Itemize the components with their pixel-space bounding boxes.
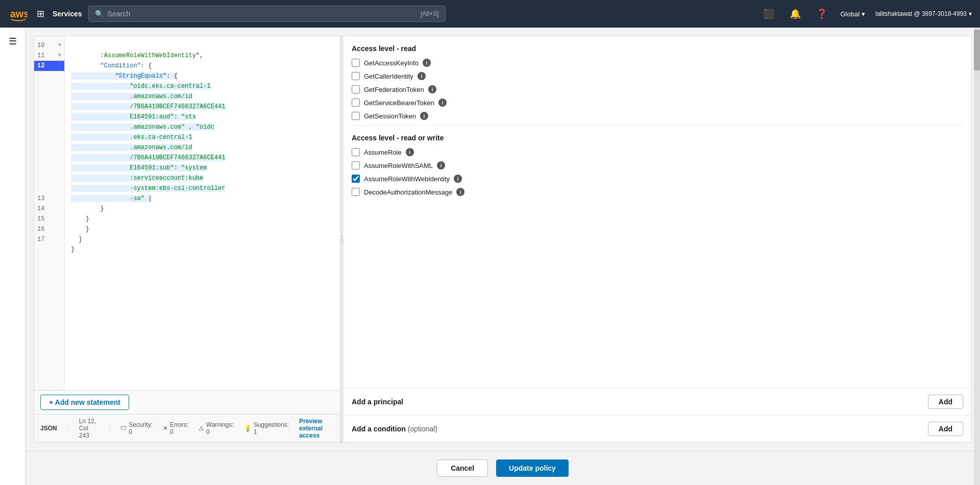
info-GetSessionToken-icon[interactable]: i: [420, 112, 428, 120]
hamburger-icon[interactable]: ☰: [9, 36, 17, 47]
checkbox-GetSessionToken-input[interactable]: [352, 112, 360, 120]
info-GetCallerIdentity-icon[interactable]: i: [418, 72, 426, 80]
services-nav-label[interactable]: Services: [53, 10, 82, 18]
cancel-button[interactable]: Cancel: [437, 459, 488, 477]
add-principal-label: Add a principal: [352, 398, 403, 406]
checkbox-AssumeRole-input[interactable]: [352, 148, 360, 156]
checkbox-GetCallerIdentity-input[interactable]: [352, 72, 360, 80]
info-AssumeRole-icon[interactable]: i: [406, 148, 414, 156]
aws-logo[interactable]: aws: [8, 4, 29, 24]
checkbox-AssumeRoleWithSAML-label[interactable]: AssumeRoleWithSAML: [364, 162, 433, 169]
info-GetAccessKeyInfo-icon[interactable]: i: [423, 59, 431, 67]
panel-scroll-area[interactable]: Access level - read GetAccessKeyInfo i G…: [344, 36, 971, 388]
checkbox-GetFederationToken: GetFederationToken i: [352, 85, 963, 93]
checkbox-AssumeRoleWithWebIdentity-label[interactable]: AssumeRoleWithWebIdentity: [364, 175, 450, 183]
code-line-10: :AssumeRoleWithWebIdentity",: [71, 52, 203, 59]
section-divider: [352, 125, 963, 126]
checkbox-GetAccessKeyInfo-input[interactable]: [352, 59, 360, 67]
code-editor-area[interactable]: 10▼ 11▼ 12 13 14 15: [34, 36, 340, 390]
code-line-14: }: [71, 215, 89, 223]
status-bar: JSON | Ln 12, Col 243 | 🛡 Security: 0 ✕ …: [34, 414, 340, 442]
checkbox-AssumeRole: AssumeRole i: [352, 148, 963, 156]
warning-icon: ⚠: [199, 425, 204, 432]
read-section-title: Access level - read: [352, 44, 963, 53]
line-14[interactable]: 14: [34, 204, 64, 214]
json-editor: 10▼ 11▼ 12 13 14 15: [34, 36, 340, 442]
main-layout: ☰ 10▼ 11▼: [0, 28, 980, 485]
nav-right-controls: ⬛ 🔔 ❓ Global ▾ lalitshaktawat @ 3897-301…: [761, 6, 972, 22]
info-AssumeRoleWithWebIdentity-icon[interactable]: i: [454, 175, 462, 183]
add-condition-button[interactable]: Add: [928, 422, 963, 436]
add-condition-label: Add a condition (optional): [352, 425, 437, 433]
checkbox-GetFederationToken-input[interactable]: [352, 85, 360, 93]
preview-external-access-link[interactable]: Preview external access: [299, 418, 334, 439]
line-11[interactable]: 11▼: [34, 51, 64, 61]
region-label: Global: [840, 10, 860, 18]
code-content[interactable]: :AssumeRoleWithWebIdentity", "Condition"…: [65, 36, 340, 390]
help-icon[interactable]: ❓: [814, 6, 830, 22]
checkbox-DecodeAuthorizationMessage-input[interactable]: [352, 188, 360, 196]
search-bar[interactable]: 🔍 [Alt+S]: [88, 6, 446, 22]
bottom-action-bar: Cancel Update policy: [26, 451, 980, 485]
info-GetFederationToken-icon[interactable]: i: [428, 85, 436, 93]
update-policy-button[interactable]: Update policy: [496, 459, 569, 477]
code-line-15: }: [71, 226, 89, 233]
content-area: 10▼ 11▼ 12 13 14 15: [26, 28, 980, 485]
line-15[interactable]: 15: [34, 214, 64, 224]
line-17[interactable]: 17: [34, 234, 64, 245]
info-GetServiceBearerToken-icon[interactable]: i: [438, 99, 447, 107]
checkbox-AssumeRoleWithSAML: AssumeRoleWithSAML i: [352, 161, 963, 169]
right-access-panel: Access level - read GetAccessKeyInfo i G…: [344, 36, 971, 442]
code-scroll[interactable]: 10▼ 11▼ 12 13 14 15: [34, 36, 340, 390]
line-13[interactable]: 13: [34, 193, 64, 204]
grid-icon[interactable]: ⊞: [35, 6, 46, 21]
warnings-status: ⚠ Warnings: 0: [199, 421, 234, 435]
shield-icon: 🛡: [120, 425, 127, 432]
search-input[interactable]: [108, 10, 416, 18]
readwrite-section-title: Access level - read or write: [352, 134, 963, 142]
suggestions-status: 💡 Suggestions: 1: [244, 421, 289, 435]
checkbox-GetSessionToken-label[interactable]: GetSessionToken: [364, 112, 416, 120]
checkbox-GetSessionToken: GetSessionToken i: [352, 112, 963, 120]
user-label: lalitshaktawat @ 3897-3018-4993: [875, 10, 967, 17]
checkbox-GetAccessKeyInfo-label[interactable]: GetAccessKeyInfo: [364, 59, 419, 67]
user-chevron-icon: ▾: [969, 10, 972, 17]
editor-bottom-bar: + Add new statement: [34, 390, 340, 414]
add-new-statement-button[interactable]: + Add new statement: [40, 395, 129, 410]
sidebar-toggle: ☰: [0, 28, 26, 485]
svg-text:aws: aws: [10, 8, 28, 19]
add-principal-button[interactable]: Add: [928, 395, 963, 409]
page-scrollbar[interactable]: [974, 28, 980, 485]
add-condition-row: Add a condition (optional) Add: [344, 415, 971, 442]
checkbox-AssumeRole-label[interactable]: AssumeRole: [364, 149, 402, 156]
checkbox-AssumeRoleWithSAML-input[interactable]: [352, 161, 360, 169]
security-status: 🛡 Security: 0: [120, 421, 153, 435]
errors-status: ✕ Errors: 0: [163, 421, 188, 435]
checkbox-GetCallerIdentity: GetCallerIdentity i: [352, 72, 963, 80]
checkbox-GetServiceBearerToken-input[interactable]: [352, 99, 360, 107]
line-numbers: 10▼ 11▼ 12 13 14 15: [34, 36, 65, 390]
checkbox-GetFederationToken-label[interactable]: GetFederationToken: [364, 86, 424, 93]
line-16[interactable]: 16: [34, 224, 64, 234]
scrollbar-thumb[interactable]: [974, 30, 980, 70]
region-chevron-icon: ▾: [862, 10, 865, 18]
terminal-icon[interactable]: ⬛: [761, 6, 777, 22]
region-selector[interactable]: Global ▾: [840, 10, 865, 18]
code-line-16: ]: [71, 236, 82, 243]
bell-icon[interactable]: 🔔: [787, 6, 803, 22]
editor-panel-container: 10▼ 11▼ 12 13 14 15: [34, 36, 972, 443]
add-principal-row: Add a principal Add: [344, 388, 971, 415]
checkbox-GetServiceBearerToken-label[interactable]: GetServiceBearerToken: [364, 99, 434, 107]
status-format: JSON: [40, 425, 57, 432]
info-DecodeAuthorizationMessage-icon[interactable]: i: [456, 188, 464, 196]
line-12-active[interactable]: 12: [34, 61, 64, 71]
search-shortcut: [Alt+S]: [421, 10, 439, 17]
checkbox-AssumeRoleWithWebIdentity-input[interactable]: [352, 175, 360, 183]
checkbox-GetCallerIdentity-label[interactable]: GetCallerIdentity: [364, 72, 413, 80]
search-icon: 🔍: [95, 10, 104, 18]
line-10[interactable]: 10▼: [34, 40, 64, 51]
code-line-17: }: [71, 246, 75, 253]
checkbox-DecodeAuthorizationMessage-label[interactable]: DecodeAuthorizationMessage: [364, 188, 452, 196]
info-AssumeRoleWithSAML-icon[interactable]: i: [437, 161, 445, 169]
user-menu[interactable]: lalitshaktawat @ 3897-3018-4993 ▾: [875, 10, 972, 17]
